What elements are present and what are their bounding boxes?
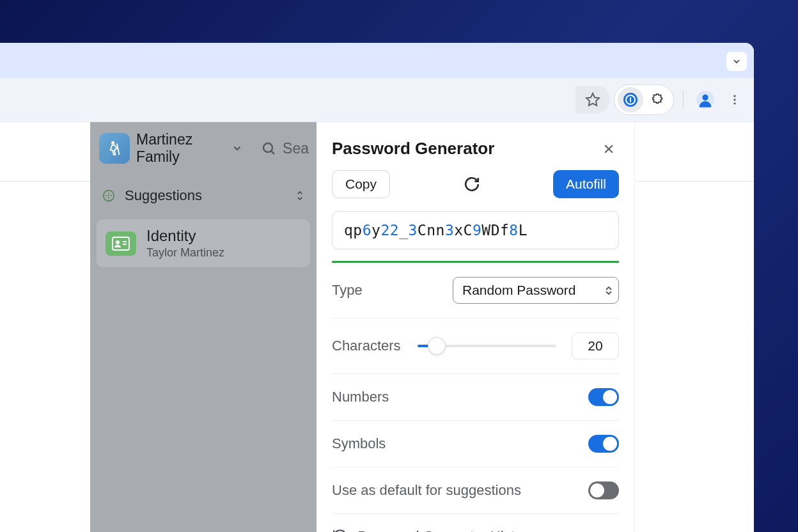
symbols-label: Symbols bbox=[332, 435, 402, 452]
generator-actions: Copy Autofill bbox=[317, 170, 634, 198]
type-label: Type bbox=[332, 282, 402, 299]
select-caret-icon bbox=[606, 286, 612, 295]
profile-avatar-icon bbox=[696, 91, 714, 109]
history-icon bbox=[332, 528, 348, 532]
refresh-icon bbox=[464, 176, 480, 192]
tab-search-button[interactable] bbox=[726, 52, 747, 71]
vault-avatar[interactable] bbox=[99, 133, 130, 164]
search-placeholder: Sea bbox=[283, 140, 309, 157]
numbers-row: Numbers bbox=[332, 373, 619, 420]
regenerate-button[interactable] bbox=[459, 171, 485, 197]
symbols-row: Symbols bbox=[332, 420, 619, 467]
hiker-icon bbox=[105, 139, 124, 158]
characters-value[interactable]: 20 bbox=[572, 332, 619, 359]
history-label: Password Generator History bbox=[357, 528, 601, 532]
characters-label: Characters bbox=[332, 338, 402, 354]
onepassword-popup-background: Martinez Family Sea Suggestions Identity bbox=[90, 122, 317, 532]
password-generator-panel: Password Generator Copy Autofill qp6y22_… bbox=[317, 122, 635, 532]
browser-toolbar bbox=[0, 78, 754, 122]
generated-password-field[interactable]: qp6y22_3Cnn3xC9WDf8L bbox=[332, 211, 619, 249]
symbols-toggle[interactable] bbox=[588, 435, 619, 453]
generator-title: Password Generator bbox=[332, 139, 600, 159]
onepassword-icon bbox=[623, 92, 638, 107]
generator-header: Password Generator bbox=[317, 122, 634, 170]
numbers-toggle[interactable] bbox=[588, 388, 619, 406]
svg-point-8 bbox=[733, 98, 735, 100]
svg-rect-4 bbox=[630, 97, 631, 102]
autofill-button[interactable]: Autofill bbox=[553, 170, 619, 198]
chevron-down-icon[interactable] bbox=[231, 143, 243, 154]
default-toggle[interactable] bbox=[588, 481, 619, 499]
identity-title: Identity bbox=[146, 227, 224, 245]
suggestions-label: Suggestions bbox=[125, 187, 286, 204]
history-row[interactable]: Password Generator History bbox=[332, 513, 619, 532]
vault-name[interactable]: Martinez Family bbox=[136, 131, 225, 166]
vault-header: Martinez Family Sea bbox=[90, 122, 317, 177]
extensions-group bbox=[614, 84, 674, 115]
tab-strip bbox=[0, 43, 754, 78]
identity-subtitle: Taylor Martinez bbox=[146, 246, 224, 260]
characters-slider[interactable] bbox=[418, 345, 556, 347]
search-area[interactable]: Sea bbox=[261, 140, 309, 157]
extensions-button[interactable] bbox=[645, 87, 670, 113]
search-icon bbox=[261, 141, 276, 156]
type-row: Type Random Password bbox=[332, 263, 619, 318]
onepassword-extension-button[interactable] bbox=[618, 87, 643, 113]
svg-line-12 bbox=[271, 151, 274, 154]
suggestions-section[interactable]: Suggestions bbox=[90, 177, 317, 214]
sort-icon[interactable] bbox=[295, 189, 305, 202]
copy-button[interactable]: Copy bbox=[332, 170, 390, 198]
svg-point-9 bbox=[733, 102, 735, 104]
characters-row: Characters 20 bbox=[332, 318, 619, 373]
svg-rect-14 bbox=[113, 237, 129, 250]
identity-item[interactable]: Identity Taylor Martinez bbox=[97, 219, 310, 267]
sparkle-icon bbox=[102, 189, 116, 203]
bookmark-button[interactable] bbox=[575, 86, 610, 114]
chevron-right-icon bbox=[610, 529, 619, 532]
chevron-down-icon bbox=[731, 56, 742, 66]
kebab-icon bbox=[728, 93, 741, 106]
identity-icon bbox=[106, 231, 136, 256]
puzzle-icon bbox=[650, 93, 664, 107]
svg-point-15 bbox=[116, 240, 120, 244]
identity-text: Identity Taylor Martinez bbox=[146, 227, 224, 260]
page-content: Martinez Family Sea Suggestions Identity bbox=[0, 122, 754, 532]
default-row: Use as default for suggestions bbox=[332, 467, 619, 513]
star-icon bbox=[585, 92, 600, 107]
type-value: Random Password bbox=[462, 283, 575, 298]
profile-button[interactable] bbox=[692, 87, 718, 113]
browser-window: Martinez Family Sea Suggestions Identity bbox=[0, 43, 754, 532]
svg-point-7 bbox=[733, 95, 735, 97]
svg-point-11 bbox=[263, 143, 272, 152]
svg-point-6 bbox=[702, 95, 708, 100]
type-select[interactable]: Random Password bbox=[453, 277, 619, 304]
slider-thumb[interactable] bbox=[428, 337, 446, 355]
browser-menu-button[interactable] bbox=[722, 87, 747, 113]
close-icon bbox=[602, 143, 615, 155]
svg-marker-0 bbox=[586, 93, 599, 106]
default-label: Use as default for suggestions bbox=[332, 482, 521, 499]
numbers-label: Numbers bbox=[332, 389, 402, 405]
close-button[interactable] bbox=[600, 140, 618, 158]
toolbar-divider bbox=[683, 91, 684, 109]
svg-point-10 bbox=[111, 141, 114, 145]
